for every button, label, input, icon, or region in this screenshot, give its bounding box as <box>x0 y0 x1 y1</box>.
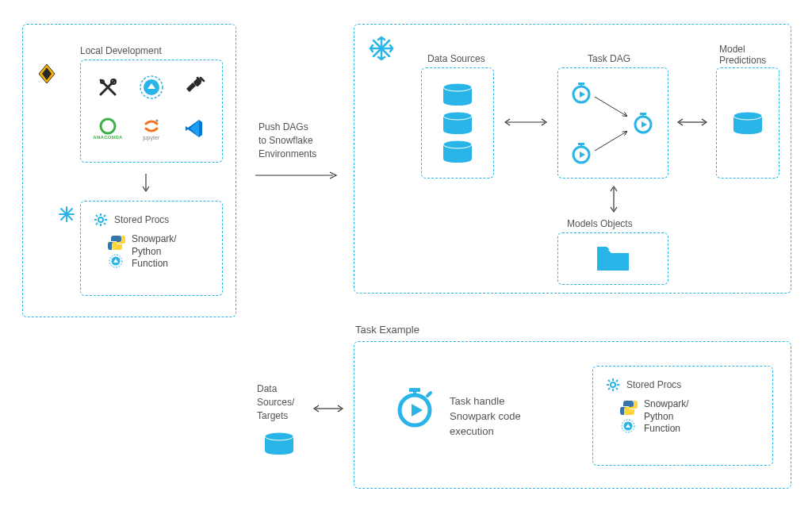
database-icon <box>730 111 765 135</box>
svg-line-45 <box>595 132 626 151</box>
gear-icon <box>606 378 620 392</box>
gear-icon <box>94 213 108 227</box>
folder-icon <box>596 245 630 272</box>
python-icon <box>108 234 125 251</box>
task-example-container: Task handle Snowpark code execution Stor… <box>354 341 791 489</box>
svg-point-12 <box>98 217 103 222</box>
streamlit-small-icon <box>620 418 636 434</box>
streamlit-icon <box>136 71 167 103</box>
anaconda-icon: ANACONDA <box>92 113 124 144</box>
data-sources-box <box>421 67 494 179</box>
plug-icon <box>178 71 210 103</box>
tools-icon <box>92 71 124 103</box>
data-sources-label: Data Sources <box>427 53 485 64</box>
task-stored-procs-title: Stored Procs <box>626 379 681 390</box>
svg-point-57 <box>611 382 615 387</box>
snowflake-env-container: Data Sources Task DAG Model P <box>354 24 791 294</box>
local-dev-container: Local Development <box>22 24 236 317</box>
stored-procs-body: Snowpark/ Python Function <box>132 233 177 271</box>
svg-line-18 <box>104 223 105 225</box>
svg-line-20 <box>96 223 98 225</box>
task-stored-procs-box: Stored Procs Snowpark/ Python Function <box>592 366 773 466</box>
task-handle-text: Task handle Snowpark code execution <box>450 394 521 440</box>
model-predictions-box <box>716 67 779 179</box>
task-stored-procs-body: Snowpark/ Python Function <box>644 398 689 436</box>
arrow-bi-icon <box>311 403 346 414</box>
python-icon <box>620 399 638 417</box>
database-icon <box>440 111 475 135</box>
database-icon <box>440 140 475 163</box>
svg-line-19 <box>104 215 105 217</box>
diamond-icon <box>36 63 58 87</box>
svg-line-65 <box>608 388 610 390</box>
vscode-icon <box>178 113 210 144</box>
svg-line-44 <box>595 97 626 116</box>
task-clock-icon <box>393 385 437 429</box>
stored-procs-title: Stored Procs <box>114 214 169 225</box>
database-icon <box>440 83 475 106</box>
svg-rect-54 <box>409 388 420 392</box>
model-predictions-label: Model Predictions <box>719 44 766 66</box>
arrow-down-icon <box>140 172 151 194</box>
svg-point-0 <box>100 79 105 84</box>
svg-line-63 <box>616 388 618 390</box>
svg-line-17 <box>96 215 98 217</box>
models-objects-box <box>557 232 668 285</box>
task-dag-box <box>557 67 668 179</box>
arrow-bi-vert-icon <box>608 183 619 215</box>
svg-point-6 <box>155 119 158 121</box>
streamlit-small-icon <box>108 253 124 269</box>
arrow-right-icon <box>254 170 341 181</box>
svg-line-62 <box>608 380 610 382</box>
stored-procs-box: Stored Procs Snowpark/ Python Function <box>80 201 223 296</box>
svg-point-5 <box>101 119 115 133</box>
snowflake-icon <box>369 36 394 63</box>
tools-grid-box: ANACONDA jupyter <box>80 60 223 163</box>
arrow-bi-icon <box>675 117 710 128</box>
database-icon <box>262 432 297 458</box>
snowflake-icon <box>58 205 75 225</box>
svg-line-64 <box>616 380 618 382</box>
models-objects-label: Models Objects <box>567 218 633 229</box>
data-sources-targets-label: Data Sources/ Targets <box>257 382 294 422</box>
task-dag-label: Task DAG <box>588 53 630 64</box>
jupyter-icon: jupyter <box>136 113 167 144</box>
push-label: Push DAGs to Snowflake Environments <box>259 121 316 160</box>
svg-line-56 <box>427 393 431 396</box>
arrow-bi-icon <box>502 117 550 128</box>
local-dev-title: Local Development <box>80 45 162 56</box>
task-example-title: Task Example <box>355 324 419 336</box>
